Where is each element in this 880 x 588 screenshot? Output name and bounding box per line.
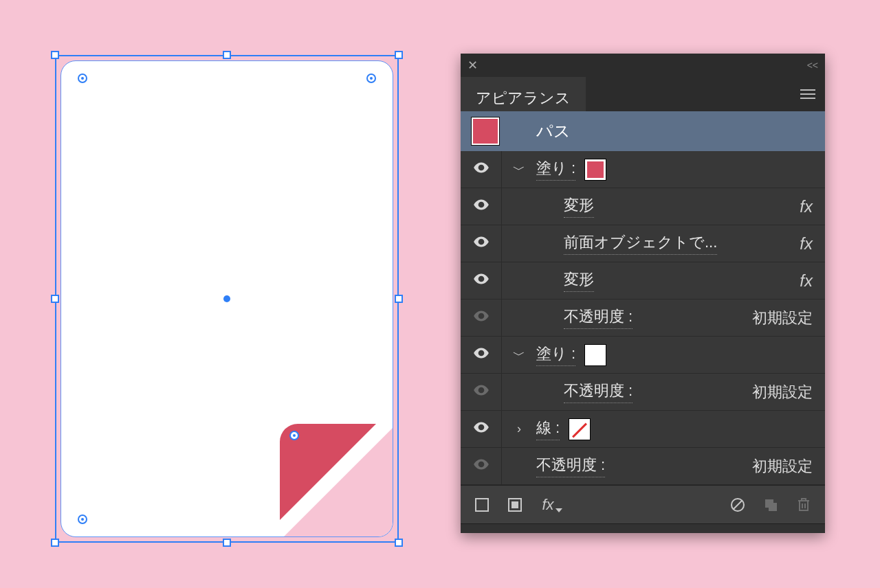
- stroke-swatch-none[interactable]: [569, 419, 590, 440]
- effect-label: 前面オブジェクトで...: [564, 232, 717, 255]
- opacity-label: 不透明度 :: [536, 455, 605, 477]
- clear-appearance-icon[interactable]: [729, 496, 747, 514]
- opacity-row[interactable]: 不透明度 : 初期設定: [461, 374, 825, 411]
- effect-row[interactable]: 変形 fx: [461, 188, 825, 225]
- selection-handle[interactable]: [51, 51, 59, 59]
- tab-strip-rest: [586, 77, 825, 111]
- opacity-label: 不透明度 :: [564, 381, 632, 403]
- fx-icon[interactable]: fx: [800, 271, 813, 291]
- add-effect-icon[interactable]: fx: [539, 496, 557, 514]
- opacity-value: 初期設定: [752, 456, 813, 477]
- corner-widget[interactable]: [366, 74, 376, 83]
- selection-handle[interactable]: [395, 51, 403, 59]
- selection-handle[interactable]: [223, 539, 231, 547]
- fill-label: 塗り :: [536, 343, 575, 366]
- corner-widget[interactable]: [78, 514, 87, 524]
- panel-footer: fx: [461, 485, 825, 523]
- visibility-eye-icon[interactable]: [472, 307, 490, 329]
- stroke-row[interactable]: › 線 :: [461, 411, 825, 448]
- opacity-label: 不透明度 :: [564, 306, 632, 329]
- expand-toggle[interactable]: ﹀: [502, 347, 536, 363]
- corner-widget[interactable]: [78, 74, 87, 83]
- selection-handle[interactable]: [223, 51, 231, 59]
- visibility-eye-icon[interactable]: [472, 381, 490, 403]
- tab-label: アピアランス: [476, 88, 571, 109]
- appearance-panel: ✕ << アピアランス パス ﹀ 塗り : 変形 fx 前面オブジェクトで...…: [461, 54, 825, 533]
- center-point: [223, 295, 230, 302]
- fill-row[interactable]: ﹀ 塗り :: [461, 151, 825, 188]
- duplicate-item-icon[interactable]: [762, 496, 780, 514]
- close-icon[interactable]: ✕: [468, 58, 478, 73]
- selection-handle[interactable]: [395, 295, 403, 303]
- svg-rect-6: [769, 503, 777, 511]
- fx-icon[interactable]: fx: [800, 197, 813, 216]
- corner-widget[interactable]: [289, 431, 299, 440]
- effect-label: 変形: [564, 195, 594, 218]
- selection-handle[interactable]: [395, 539, 403, 547]
- appearance-header-row[interactable]: パス: [461, 111, 825, 151]
- visibility-eye-icon[interactable]: [472, 418, 490, 440]
- svg-rect-2: [512, 501, 518, 508]
- effect-label: 変形: [564, 269, 594, 292]
- visibility-eye-icon[interactable]: [472, 455, 490, 477]
- panel-resize-bar[interactable]: [461, 523, 825, 533]
- visibility-eye-icon[interactable]: [472, 344, 490, 366]
- panel-titlebar[interactable]: ✕ <<: [461, 54, 825, 77]
- panel-tabs: アピアランス: [461, 77, 825, 111]
- effect-row[interactable]: 前面オブジェクトで... fx: [461, 225, 825, 262]
- effect-row[interactable]: 変形 fx: [461, 262, 825, 299]
- add-fill-icon[interactable]: [506, 496, 524, 514]
- add-stroke-icon[interactable]: [473, 496, 491, 514]
- svg-rect-0: [476, 499, 488, 511]
- visibility-eye-icon[interactable]: [472, 270, 490, 292]
- svg-line-4: [734, 501, 742, 509]
- expand-toggle[interactable]: ›: [502, 422, 536, 436]
- selection-handle[interactable]: [51, 295, 59, 303]
- opacity-value: 初期設定: [752, 382, 813, 403]
- fill-swatch[interactable]: [585, 345, 606, 365]
- canvas-selected-object[interactable]: [55, 55, 399, 543]
- object-swatch: [472, 117, 499, 145]
- collapse-icon[interactable]: <<: [807, 60, 818, 71]
- selection-handle[interactable]: [51, 539, 59, 547]
- fill-row[interactable]: ﹀ 塗り :: [461, 337, 825, 374]
- fill-label: 塗り :: [536, 158, 575, 181]
- visibility-eye-icon[interactable]: [472, 196, 490, 218]
- opacity-value: 初期設定: [752, 308, 813, 328]
- opacity-row[interactable]: 不透明度 : 初期設定: [461, 299, 825, 337]
- object-type-label: パス: [536, 120, 571, 142]
- stroke-label: 線 :: [536, 418, 560, 440]
- expand-toggle[interactable]: ﹀: [502, 161, 536, 178]
- fill-swatch[interactable]: [585, 159, 606, 180]
- tab-appearance[interactable]: アピアランス: [461, 77, 586, 111]
- visibility-eye-icon[interactable]: [472, 233, 490, 255]
- panel-menu-icon[interactable]: [800, 89, 815, 99]
- delete-icon[interactable]: [795, 496, 813, 514]
- fx-icon[interactable]: fx: [800, 234, 813, 253]
- visibility-eye-icon[interactable]: [472, 159, 490, 181]
- opacity-row[interactable]: 不透明度 : 初期設定: [461, 448, 825, 485]
